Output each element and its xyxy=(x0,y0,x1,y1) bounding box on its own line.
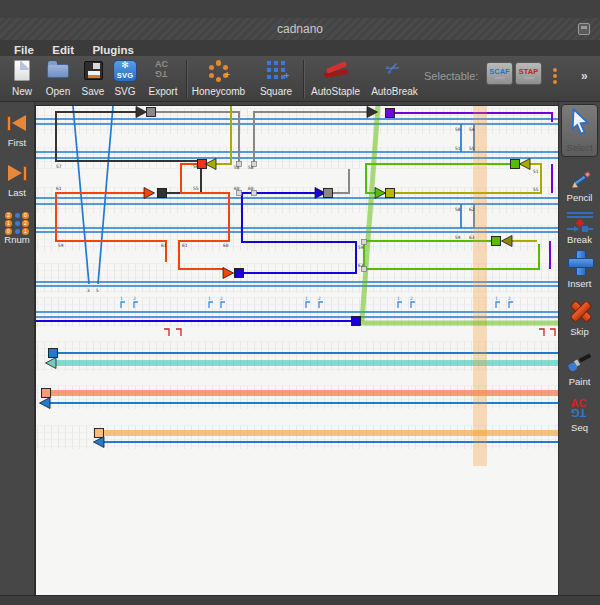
new-document-icon xyxy=(14,60,30,81)
coord-label: 58 xyxy=(455,207,461,212)
crossover-line[interactable] xyxy=(73,106,89,284)
coord-label: 3 xyxy=(87,288,90,293)
insertion-mark[interactable] xyxy=(398,302,402,308)
seq-tool-button[interactable]: ACTG Seq xyxy=(559,398,600,433)
paint-brush-icon xyxy=(569,354,591,374)
svg-button[interactable]: ✻SVG SVG xyxy=(108,58,142,100)
toolbar-overflow-dots-icon[interactable] xyxy=(552,66,558,86)
paint-tool-button[interactable]: Paint xyxy=(559,352,600,387)
skip-mark[interactable] xyxy=(539,329,544,336)
first-arrow-icon xyxy=(7,115,27,132)
coord-label: 61 xyxy=(56,186,62,191)
honeycomb-icon xyxy=(216,61,221,66)
insertion-mark[interactable] xyxy=(134,302,138,308)
strand-endpoint-square[interactable] xyxy=(158,189,167,198)
coord-label: 60 xyxy=(248,186,254,191)
insertion-count-label: 2 xyxy=(220,296,223,301)
insertion-mark[interactable] xyxy=(306,302,310,308)
insert-plus-icon xyxy=(568,250,592,274)
scaf-toggle-button[interactable]: SCAF xyxy=(486,62,513,85)
insertion-count-label: 1 xyxy=(120,296,123,301)
window-title: cadnano xyxy=(277,22,323,36)
coord-label: 55 xyxy=(193,186,199,191)
strand[interactable] xyxy=(332,169,349,193)
scissors-icon: ✂ xyxy=(382,56,404,81)
strand-endpoint-square[interactable] xyxy=(95,429,104,438)
coord-label: 59 xyxy=(358,245,364,250)
square-button[interactable]: + Square xyxy=(250,58,302,100)
strand-endpoint-square[interactable] xyxy=(147,108,156,117)
coord-label: 59 xyxy=(58,243,64,248)
strand-highlight[interactable] xyxy=(362,106,378,321)
insertion-count-label: 1 xyxy=(495,296,498,301)
coord-label: 54 xyxy=(469,127,475,132)
coord-label: 61 xyxy=(182,243,188,248)
open-folder-icon xyxy=(47,64,69,78)
coord-label: 51 xyxy=(533,169,539,174)
insertion-count-label: 2 xyxy=(133,296,136,301)
pencil-tool-button[interactable]: Pencil xyxy=(559,168,600,203)
path-canvas-svg[interactable]: 1212121212575661555858606050545155586259… xyxy=(36,106,559,596)
insertion-mark[interactable] xyxy=(496,302,500,308)
toolbar-expand-chevron[interactable]: » xyxy=(581,69,588,83)
menu-file[interactable]: File xyxy=(14,44,34,56)
stap-toggle-button[interactable]: STAP xyxy=(515,62,542,85)
last-arrow-icon xyxy=(7,165,27,182)
last-button[interactable]: Last xyxy=(0,163,34,198)
strand-endpoint-square[interactable] xyxy=(386,109,395,118)
skip-tool-button[interactable]: Skip xyxy=(559,298,600,337)
title-bar[interactable]: cadnano xyxy=(0,18,600,40)
rnum-button[interactable]: 20 12 01 Rnum xyxy=(0,210,34,245)
insertion-mark[interactable] xyxy=(221,302,225,308)
insertion-mark[interactable] xyxy=(319,302,323,308)
skip-mark[interactable] xyxy=(176,329,181,336)
break-tool-button[interactable]: Break xyxy=(559,210,600,245)
strand-endpoint-square[interactable] xyxy=(235,269,244,278)
strand-endpoint-square[interactable] xyxy=(511,160,520,169)
path-tool-toolbar: Select Pencil Break Insert xyxy=(558,102,600,595)
insertion-count-label: 1 xyxy=(397,296,400,301)
strand-endpoint-square[interactable] xyxy=(42,389,51,398)
honeycomb-button[interactable]: + Honeycomb xyxy=(190,58,247,100)
export-seq-icon: ACTG xyxy=(155,60,168,78)
skip-mark[interactable] xyxy=(164,329,169,336)
autostaple-button[interactable]: AutoStaple xyxy=(307,58,364,100)
square-lattice-icon xyxy=(267,61,271,65)
strand-endpoint-square[interactable] xyxy=(492,237,501,246)
stapler-icon xyxy=(324,63,348,79)
coord-label: 60 xyxy=(234,186,240,191)
skip-mark[interactable] xyxy=(550,329,555,336)
coord-label: 63 xyxy=(469,235,475,240)
toolbar-separator xyxy=(186,60,188,98)
first-button[interactable]: First xyxy=(0,113,34,148)
insertion-mark[interactable] xyxy=(121,302,125,308)
menu-edit[interactable]: Edit xyxy=(52,44,74,56)
menu-plugins[interactable]: Plugins xyxy=(92,44,134,56)
insertion-count-label: 1 xyxy=(208,296,211,301)
save-button[interactable]: Save xyxy=(76,58,110,100)
status-bar xyxy=(0,595,600,605)
strand[interactable] xyxy=(242,193,356,273)
window-icon[interactable] xyxy=(578,23,590,35)
select-tool-button-active[interactable]: Select xyxy=(561,104,598,157)
strand-endpoint-square[interactable] xyxy=(386,189,395,198)
path-view-canvas[interactable]: 1212121212575661555858606050545155586259… xyxy=(35,105,558,595)
new-button[interactable]: New xyxy=(4,58,40,100)
junction-node xyxy=(252,191,257,196)
insertion-count-label: 2 xyxy=(318,296,321,301)
insertion-mark[interactable] xyxy=(209,302,213,308)
strand-endpoint-square[interactable] xyxy=(49,349,58,358)
insertion-mark[interactable] xyxy=(509,302,513,308)
coord-label: 59 xyxy=(455,235,461,240)
open-button[interactable]: Open xyxy=(40,58,76,100)
insert-tool-button[interactable]: Insert xyxy=(559,250,600,289)
strand[interactable] xyxy=(179,164,229,269)
autobreak-button[interactable]: ✂ AutoBreak xyxy=(366,58,423,100)
strand-endpoint-square[interactable] xyxy=(324,189,333,198)
strand-endpoint-square[interactable] xyxy=(352,317,361,326)
export-button[interactable]: ACTG Export xyxy=(142,58,184,100)
slice-toolbar: First Last 20 12 01 Rnum xyxy=(0,102,35,595)
menu-bar: File Edit Plugins xyxy=(0,40,600,56)
insertion-mark[interactable] xyxy=(411,302,415,308)
strand-endpoint-arrow[interactable] xyxy=(502,236,513,247)
